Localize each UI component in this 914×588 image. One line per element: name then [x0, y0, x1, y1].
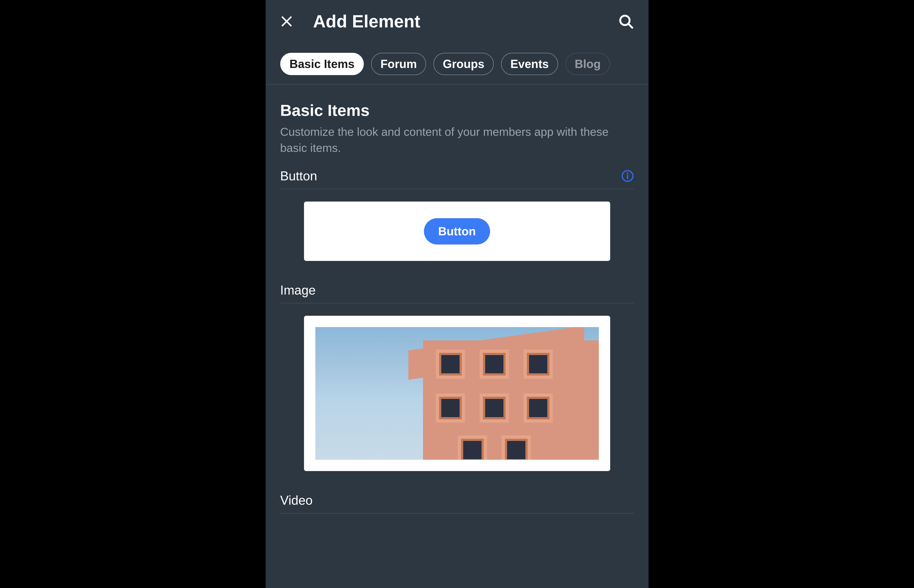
element-header-button: Button — [280, 169, 634, 189]
tab-forum[interactable]: Forum — [371, 53, 426, 75]
svg-rect-6 — [627, 175, 628, 179]
element-item-image: Image — [280, 283, 634, 471]
tab-basic-items[interactable]: Basic Items — [280, 53, 364, 75]
button-preview[interactable]: Button — [304, 202, 610, 261]
element-label-image: Image — [280, 283, 316, 297]
info-icon[interactable] — [621, 170, 634, 183]
element-item-button: Button Button — [280, 169, 634, 261]
close-icon[interactable] — [280, 15, 293, 28]
tab-groups[interactable]: Groups — [434, 53, 494, 75]
element-header-image: Image — [280, 283, 634, 303]
section-description: Customize the look and content of your m… — [280, 124, 634, 156]
sample-button[interactable]: Button — [424, 218, 490, 244]
page-title: Add Element — [313, 11, 598, 31]
element-label-video: Video — [280, 493, 313, 507]
tab-events[interactable]: Events — [501, 53, 558, 75]
category-tabs: Basic Items Forum Groups Events Blog — [265, 43, 649, 85]
search-icon[interactable] — [618, 13, 634, 29]
svg-point-5 — [627, 173, 628, 174]
header: Add Element — [265, 0, 649, 43]
add-element-panel: Add Element Basic Items Forum Groups Eve… — [265, 0, 649, 588]
image-card — [304, 316, 610, 471]
button-card: Button — [304, 202, 610, 261]
element-item-video: Video — [280, 493, 634, 514]
content-area: Basic Items Customize the look and conte… — [265, 85, 649, 588]
sample-image — [315, 327, 599, 460]
element-label-button: Button — [280, 169, 317, 183]
svg-line-3 — [628, 24, 632, 28]
section-title: Basic Items — [280, 101, 634, 120]
tab-blog[interactable]: Blog — [565, 53, 610, 75]
element-header-video: Video — [280, 493, 634, 514]
image-preview[interactable] — [304, 316, 610, 471]
